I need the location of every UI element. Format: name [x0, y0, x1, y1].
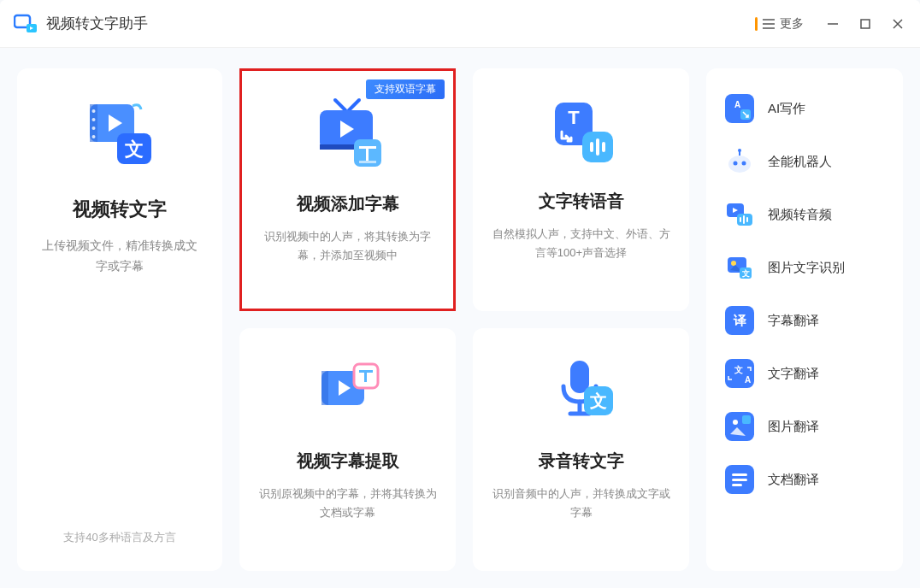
feature-grid: 支持双语字幕 视频添加字幕 识别视频中的人声，将其转换	[239, 68, 689, 571]
left-card-title: 视频转文字	[73, 197, 167, 222]
ai-writing-icon: A	[725, 94, 754, 123]
feature-desc: 识别音频中的人声，并转换成文字或字幕	[492, 485, 670, 522]
minimize-button[interactable]	[824, 15, 841, 32]
feature-audio-to-text-card[interactable]: 文 录音转文字 识别音频中的人声，并转换成文字或字幕	[473, 328, 689, 571]
app-title: 视频转文字助手	[46, 14, 750, 33]
svg-rect-62	[742, 415, 751, 424]
text-speech-icon: T	[543, 94, 620, 171]
sidebar-item-subtitle-translate[interactable]: 译 字幕翻译	[715, 294, 894, 347]
video-to-text-icon: 文	[81, 94, 158, 171]
feature-title: 视频字幕提取	[297, 450, 399, 473]
svg-rect-32	[321, 371, 328, 405]
sidebar-item-ai-writing[interactable]: A AI写作	[715, 82, 894, 135]
svg-rect-30	[602, 142, 605, 152]
svg-point-46	[742, 162, 746, 166]
close-button[interactable]	[889, 15, 906, 32]
svg-text:文: 文	[124, 138, 144, 160]
svg-text:A: A	[745, 375, 751, 385]
text-translate-icon: 文A	[725, 359, 754, 388]
robot-icon	[725, 147, 754, 176]
svg-point-12	[92, 118, 96, 121]
svg-point-13	[92, 126, 96, 130]
svg-rect-28	[590, 142, 593, 152]
maximize-button[interactable]	[857, 15, 874, 32]
svg-text:文: 文	[741, 269, 750, 278]
sidebar-item-ocr[interactable]: 文 图片文字识别	[715, 241, 894, 294]
left-column: 文 视频转文字 上传视频文件，精准转换成文字或字幕 支持40多种语言及方言	[17, 68, 222, 571]
feature-title: 文字转语音	[539, 190, 624, 213]
svg-point-48	[738, 149, 741, 152]
video-to-text-card[interactable]: 文 视频转文字 上传视频文件，精准转换成文字或字幕 支持40多种语言及方言	[17, 68, 222, 571]
svg-rect-35	[364, 370, 367, 382]
feature-extract-subtitle-card[interactable]: 视频字幕提取 识别原视频中的字幕，并将其转换为文档或字幕	[239, 328, 456, 571]
image-translate-icon	[725, 412, 754, 441]
video-audio-icon	[725, 200, 754, 229]
svg-text:译: 译	[733, 313, 747, 327]
svg-line-17	[335, 100, 345, 110]
svg-point-11	[92, 109, 96, 113]
svg-point-14	[92, 135, 96, 138]
svg-text:文: 文	[734, 365, 743, 374]
microphone-icon: 文	[543, 354, 620, 431]
feature-desc: 识别视频中的人声，将其转换为字幕，并添加至视频中	[261, 227, 434, 265]
svg-rect-65	[732, 479, 747, 481]
sidebar-item-label: 字幕翻译	[768, 313, 819, 329]
svg-rect-6	[861, 20, 870, 28]
hamburger-icon	[763, 19, 775, 29]
sidebar-item-robot[interactable]: 全能机器人	[715, 135, 894, 188]
sidebar-item-video-to-audio[interactable]: 视频转音频	[715, 188, 894, 241]
left-card-desc: 上传视频文件，精准转换成文字或字幕	[34, 236, 205, 277]
sidebar-item-text-translate[interactable]: 文A 文字翻译	[715, 347, 894, 400]
app-window: 视频转文字助手 更多	[0, 0, 920, 588]
accent-bar-icon	[755, 17, 758, 31]
sidebar-item-label: 图片文字识别	[768, 260, 845, 276]
more-label: 更多	[780, 16, 804, 32]
svg-point-44	[728, 156, 751, 173]
sidebar-item-doc-translate[interactable]: 文档翻译	[715, 453, 894, 506]
sidebar-item-label: AI写作	[768, 101, 805, 117]
svg-line-18	[349, 100, 359, 110]
bilingual-badge: 支持双语字幕	[366, 79, 445, 99]
feature-title: 录音转文字	[539, 450, 624, 473]
titlebar-actions: 更多	[750, 13, 906, 35]
tv-subtitle-icon	[310, 97, 386, 173]
sidebar-item-label: 文字翻译	[768, 366, 819, 382]
subtitle-translate-icon: 译	[725, 306, 754, 335]
feature-add-subtitle-card[interactable]: 支持双语字幕 视频添加字幕 识别视频中的人声，将其转换	[239, 68, 456, 311]
more-menu-button[interactable]: 更多	[750, 13, 809, 35]
sidebar-item-label: 全能机器人	[768, 154, 832, 170]
svg-rect-29	[596, 138, 599, 156]
sidebar: A AI写作 全能机器人 视频转音频 文 图片文字识别	[706, 68, 903, 571]
doc-translate-icon	[725, 465, 754, 494]
video-extract-icon	[310, 354, 386, 431]
svg-point-45	[734, 162, 738, 166]
feature-text-to-speech-card[interactable]: T 文字转语音 自然模拟人声，支持中文、外语、方言等100+声音选择	[473, 68, 689, 311]
svg-rect-36	[570, 361, 589, 393]
ocr-icon: 文	[725, 253, 754, 282]
feature-desc: 自然模拟人声，支持中文、外语、方言等100+声音选择	[492, 225, 670, 262]
svg-rect-23	[366, 146, 369, 161]
sidebar-item-label: 文档翻译	[768, 472, 819, 488]
feature-desc: 识别原视频中的字幕，并将其转换为文档或字幕	[258, 485, 437, 522]
app-logo-icon	[14, 12, 38, 36]
svg-rect-66	[732, 484, 742, 486]
titlebar: 视频转文字助手 更多	[0, 0, 920, 48]
svg-text:T: T	[568, 107, 580, 128]
svg-point-61	[733, 420, 738, 425]
sidebar-item-label: 图片翻译	[768, 419, 819, 435]
svg-rect-64	[732, 473, 747, 476]
sidebar-item-image-translate[interactable]: 图片翻译	[715, 400, 894, 453]
svg-text:文: 文	[589, 391, 607, 410]
svg-text:A: A	[734, 100, 740, 109]
sidebar-item-label: 视频转音频	[768, 207, 832, 223]
main-content: 文 视频转文字 上传视频文件，精准转换成文字或字幕 支持40多种语言及方言 支持…	[0, 48, 920, 588]
left-card-footer: 支持40多种语言及方言	[63, 444, 175, 545]
feature-title: 视频添加字幕	[297, 192, 399, 215]
svg-rect-24	[359, 161, 376, 163]
